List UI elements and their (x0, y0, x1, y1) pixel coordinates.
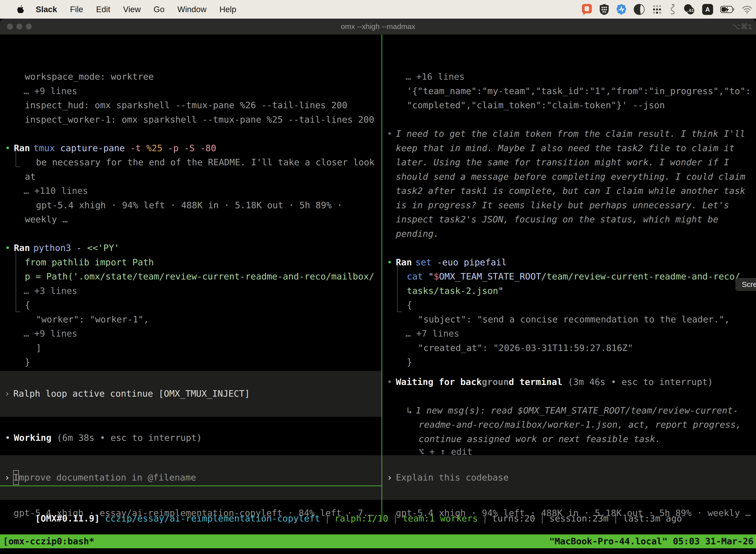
menu-view[interactable]: View (123, 5, 141, 14)
thinking-line: pending. (396, 227, 439, 241)
cat-command-line: cat "$OMX_TEAM_STATE_ROOT/team/review-cu… (407, 269, 740, 284)
hud-last: last:3m ago (623, 513, 682, 523)
term-line: { (407, 298, 412, 312)
term-line: inspect_worker-1: omx sparkshell --tmux-… (25, 112, 374, 127)
prompt-input-right[interactable]: ›Explain this codebase (382, 455, 756, 500)
tmux-host-clock: "MacBook-Pro-44.local" 05:03 31-Mar-26 (549, 535, 754, 548)
window-title-bar: omx --xhigh --madmax ⌥⌘1 (0, 19, 756, 35)
term-line: "subject": "send a concise recommendatio… (418, 312, 730, 327)
term-line: … +16 lines (405, 69, 464, 84)
hud-turns: turns:20 (492, 513, 535, 523)
tmux-status-bar: [omx-cczip0:bash* "MacBook-Pro-44.local"… (0, 535, 756, 548)
run-bullet: • (5, 243, 10, 253)
term-line: … +7 lines (405, 326, 459, 341)
term-line: "completed","claim_token":"claim-token"}… (407, 98, 665, 112)
count-badge-label: ..61 (687, 8, 694, 13)
hud-session: session:23m (549, 513, 609, 523)
tmux-session-label[interactable]: [omx-cczip0:bash* (3, 535, 94, 548)
menu-window[interactable]: Window (177, 5, 206, 14)
thinking-line: keep that in mind. Maybe I also need the… (396, 141, 735, 155)
ralph-notice-band: ›Ralph loop active continue [OMX_TMUX_IN… (0, 371, 381, 417)
menu-edit[interactable]: Edit (96, 5, 110, 14)
menu-status-icons: ..61 A (581, 0, 753, 19)
shield-grid-icon[interactable] (599, 4, 609, 15)
mailbox-message: continue assigned work or next feasible … (419, 432, 660, 446)
term-line: … +9 lines (23, 84, 77, 98)
term-line: … +3 lines (23, 284, 77, 298)
input-placeholder: Explain this codebase (396, 472, 509, 483)
output-elbow (16, 251, 20, 312)
chat-app-icon[interactable] (581, 3, 592, 15)
terminal: workspace_mode: worktree … +9 lines insp… (0, 35, 756, 554)
prompt-chevron: › (387, 472, 392, 483)
battery-icon[interactable] (720, 6, 735, 13)
omx-hud-status: [OMX#0.11.9] cczip/essay/ai-reimplementa… (3, 497, 682, 511)
term-line: p = Path('.omx/state/team/review-current… (25, 269, 374, 284)
omx-version: [OMX#0.11.9] (35, 513, 100, 523)
thinking-line: inspect task2's JSON, focusing on the st… (396, 212, 718, 227)
pane-divider[interactable] (381, 35, 382, 520)
thinking-line: task2 after task1 is complete, but can I… (396, 184, 745, 198)
apple-menu[interactable] (17, 5, 24, 14)
thinking-line: should send a message before completing … (396, 170, 745, 184)
text-cursor: I (13, 470, 19, 485)
menu-file[interactable]: File (70, 5, 83, 14)
menu-bar: Slack File Edit View Go Window Help (0, 0, 756, 19)
term-line: inspect_hud: omx sparkshell --tmux-pane … (25, 98, 347, 112)
hud-ralph: ralph:1/10 (334, 513, 388, 523)
pane-border-bottom-left (0, 486, 387, 486)
window-title: omx --xhigh --madmax (0, 19, 756, 35)
waiting-status: •Waiting for background terminal (3m 46s… (387, 375, 713, 389)
term-line: { (25, 298, 30, 312)
thinking-line: later. Using the same for transition mig… (396, 155, 729, 170)
reply-arrow-icon: ↳ (407, 405, 412, 416)
prompt-line: ›Explain this codebase (387, 470, 509, 485)
run-bullet: • (5, 143, 10, 153)
prompt-input-left[interactable]: ›Improve documentation in @filename (0, 455, 381, 500)
term-line: "worker": "worker-1", (36, 312, 149, 327)
wifi-icon[interactable] (742, 5, 753, 14)
hud-repo: cczip/essay/ai-reimplementation-copyleft (105, 513, 320, 523)
ran-set-command: •Ranset -euo pipefail (387, 255, 507, 270)
term-line: ] (36, 341, 42, 355)
assistant-a-label: A (702, 4, 713, 15)
input-ghost-text: mprove documentation in @filename (19, 472, 196, 483)
prompt-chevron: › (4, 472, 10, 483)
thinking-line: •I need to get the claim token from the … (387, 126, 745, 141)
menu-go[interactable]: Go (153, 5, 165, 14)
prompt-line: ›Improve documentation in @filename (4, 470, 196, 485)
term-line: at (25, 170, 36, 184)
ran-tmux-command: •Rantmux capture-pane -t %25 -p -S -80 (5, 141, 216, 155)
pulse-badge-icon[interactable] (616, 3, 627, 15)
assistant-a-icon[interactable]: A (702, 4, 713, 15)
apple-icon (17, 5, 24, 14)
cat-command-line2: tasks/task-2.json" (407, 284, 504, 298)
term-line: "created_at": "2026-03-31T11:59:27.816Z" (418, 341, 633, 355)
window-shortcut-hint: ⌥⌘1 (732, 19, 752, 35)
run-bullet: • (387, 257, 392, 267)
hud-team: team:1 workers (402, 513, 478, 523)
menu-help[interactable]: Help (219, 5, 236, 14)
dots-grid-icon[interactable] (652, 4, 662, 15)
term-line: be necessary for the end of the README. … (36, 155, 375, 170)
term-line: … +9 lines (23, 326, 77, 341)
count-badge-icon[interactable]: ..61 (683, 4, 695, 15)
term-line: gpt-5.4 xhigh · 94% left · 488K in · 5.1… (36, 198, 342, 213)
screen: Slack File Edit View Go Window Help (0, 0, 756, 554)
term-line: workspace_mode: worktree (25, 69, 154, 84)
output-elbow (16, 151, 20, 167)
term-line: from pathlib import Path (25, 255, 154, 270)
working-status: •Working (6m 38s • esc to interrupt) (5, 431, 202, 445)
menu-app-slack[interactable]: Slack (36, 5, 57, 14)
term-line: weekly … (25, 212, 68, 227)
hook-icon[interactable] (669, 3, 676, 15)
mailbox-message: readme-and-reco/mailbox/worker-1.json, a… (419, 418, 741, 432)
term-line: } (25, 355, 30, 369)
moon-circle-icon[interactable] (633, 4, 645, 15)
thinking-line: is in progress? It seems likely but perh… (396, 198, 729, 213)
term-line: } (407, 355, 412, 369)
term-line: … +110 lines (23, 184, 88, 198)
ralph-loop-notice: ›Ralph loop active continue [OMX_TMUX_IN… (4, 386, 250, 401)
term-line: '{"team_name":"my-team","task_id":"1","f… (407, 84, 751, 98)
mailbox-message: ↳1 new msg(s): read $OMX_TEAM_STATE_ROOT… (407, 403, 738, 418)
